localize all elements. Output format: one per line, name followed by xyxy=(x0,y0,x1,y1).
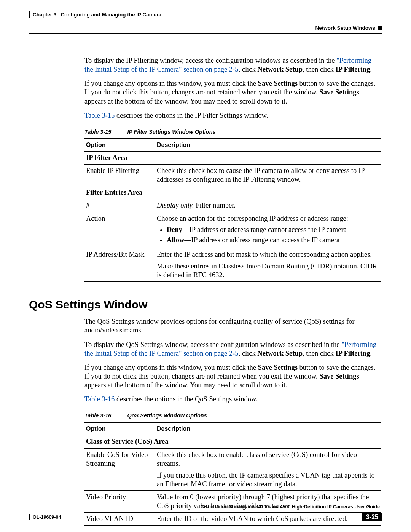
table-xref-link[interactable]: Table 3-16 xyxy=(84,395,115,403)
section-heading-cell: Class of Service (CoS) Area xyxy=(84,435,381,448)
bold-text: IP Filtering xyxy=(335,66,370,73)
table-section-row: Class of Service (CoS) Area xyxy=(84,435,381,448)
running-header: Chapter 3 Configuring and Managing the I… xyxy=(29,11,382,18)
text: , then click xyxy=(303,66,335,73)
footer-row: OL-19609-04 3-25 xyxy=(29,513,382,521)
qos-paragraph-2: To display the QoS Settings window, acce… xyxy=(84,340,381,358)
header-left: Chapter 3 Configuring and Managing the I… xyxy=(29,11,161,18)
col-header-option: Option xyxy=(84,139,155,152)
qos-paragraph-1: The QoS Settings window provides options… xyxy=(84,317,381,335)
body: The QoS Settings window provides options… xyxy=(84,317,381,526)
intro-paragraph-1: To display the IP Filtering window, acce… xyxy=(84,56,381,74)
doc-title: Cisco Video Surveillance 4300 and 4500 H… xyxy=(29,504,382,510)
bold-text: Allow xyxy=(167,236,184,244)
text: . xyxy=(370,350,372,357)
table-3-15: Option Description IP Filter Area Enable… xyxy=(84,138,381,282)
body: To display the IP Filtering window, acce… xyxy=(84,56,381,282)
option-cell: Enable IP Filtering xyxy=(84,165,155,186)
bold-text: Save Settings xyxy=(319,372,359,380)
text: , then click xyxy=(303,350,335,357)
text: Filter number. xyxy=(194,201,236,209)
caption-number: Table 3-16 xyxy=(84,412,111,419)
text: Choose an action for the corresponding I… xyxy=(157,215,348,222)
caption-title: QoS Settings Window Options xyxy=(127,412,207,419)
footer-rule xyxy=(29,511,382,511)
bold-text: IP Filtering xyxy=(335,350,370,357)
text: Check this check box to enable class of … xyxy=(157,451,378,468)
doc-number: OL-19609-04 xyxy=(33,514,61,520)
col-header-description: Description xyxy=(155,422,381,435)
text: Enter the IP address and bit mask to whi… xyxy=(157,250,378,259)
italic-text: Display only. xyxy=(157,201,194,209)
footer-left: OL-19609-04 xyxy=(29,514,61,520)
table-row: Enable CoS for Video Streaming Check thi… xyxy=(84,448,381,491)
option-cell: # xyxy=(84,199,155,212)
caption-number: Table 3-15 xyxy=(84,129,111,135)
description-cell: Choose an action for the corresponding I… xyxy=(155,212,381,248)
table-section-row: Filter Entries Area xyxy=(84,186,381,199)
description-cell: Enter the IP address and bit mask to whi… xyxy=(155,248,381,282)
bold-text: Network Setup xyxy=(257,66,303,73)
chapter-title: Configuring and Managing the IP Camera xyxy=(61,12,162,18)
qos-paragraph-3: If you change any options in this window… xyxy=(84,363,381,390)
header-rule xyxy=(29,33,382,34)
bold-text: Save Settings xyxy=(319,88,359,96)
page: Chapter 3 Configuring and Managing the I… xyxy=(0,0,411,532)
bold-text: Save Settings xyxy=(258,364,298,371)
text: appears at the bottom of the window. You… xyxy=(84,381,287,389)
header-rule-mark: Chapter 3 Configuring and Managing the I… xyxy=(29,11,161,18)
list-item: Deny—IP address or address range cannot … xyxy=(167,225,378,234)
footer-rule-mark xyxy=(29,514,30,520)
bold-text: Deny xyxy=(167,226,182,233)
text: To display the QoS Settings window, acce… xyxy=(84,341,341,348)
description-cell: Check this check box to cause the IP cam… xyxy=(155,165,381,186)
bullet-list: Deny—IP address or address range cannot … xyxy=(157,225,378,244)
section-title: Network Setup Windows xyxy=(315,25,375,31)
chapter-label: Chapter 3 xyxy=(33,12,56,18)
header-right: Network Setup Windows xyxy=(315,25,382,31)
intro-paragraph-2: If you change any options in this window… xyxy=(84,79,381,105)
table-row: Action Choose an action for the correspo… xyxy=(84,212,381,248)
section-heading-cell: IP Filter Area xyxy=(84,151,381,164)
col-header-description: Description xyxy=(155,139,381,152)
text: describes the options in the IP Filter S… xyxy=(115,112,268,119)
running-header-right: Network Setup Windows xyxy=(29,18,382,31)
bold-text: Save Settings xyxy=(258,80,298,87)
col-header-option: Option xyxy=(84,422,155,435)
list-item: Allow—IP address or address range can ac… xyxy=(167,236,378,244)
text: —IP address or address range cannot acce… xyxy=(182,226,347,233)
table-header-row: Option Description xyxy=(84,139,381,152)
option-cell: Action xyxy=(84,212,155,248)
text: If you enable this option, the IP camera… xyxy=(157,471,378,489)
qos-paragraph-4: Table 3-16 describes the options in the … xyxy=(84,395,381,404)
intro-paragraph-3: Table 3-15 describes the options in the … xyxy=(84,111,381,120)
option-cell: IP Address/Bit Mask xyxy=(84,248,155,282)
table-row: IP Address/Bit Mask Enter the IP address… xyxy=(84,248,381,282)
table-xref-link[interactable]: Table 3-15 xyxy=(84,112,115,119)
table-section-row: IP Filter Area xyxy=(84,151,381,164)
text: If you change any options in this window… xyxy=(84,80,258,87)
page-footer: Cisco Video Surveillance 4300 and 4500 H… xyxy=(29,504,382,521)
text: describes the options in the QoS Setting… xyxy=(115,395,257,403)
text: To display the IP Filtering window, acce… xyxy=(84,57,336,64)
heading-qos-settings: QoS Settings Window xyxy=(29,298,382,311)
text: appears at the bottom of the window. You… xyxy=(84,97,287,105)
table-row: Enable IP Filtering Check this check box… xyxy=(84,165,381,186)
text: Make these entries in Classless Inter-Do… xyxy=(157,262,378,280)
text: If you change any options in this window… xyxy=(84,364,258,371)
option-cell: Enable CoS for Video Streaming xyxy=(84,448,155,491)
table-caption-16: Table 3-16 QoS Settings Window Options xyxy=(84,412,381,419)
table-row: # Display only. Filter number. xyxy=(84,199,381,212)
table-header-row: Option Description xyxy=(84,422,381,435)
header-square-icon xyxy=(378,26,382,30)
text: —IP address or address range can access … xyxy=(184,236,339,244)
text: , click xyxy=(239,350,258,357)
page-number-badge: 3-25 xyxy=(362,513,382,521)
caption-title: IP Filter Settings Window Options xyxy=(127,129,215,135)
text: , click xyxy=(239,66,258,73)
table-caption-15: Table 3-15 IP Filter Settings Window Opt… xyxy=(84,128,381,135)
description-cell: Check this check box to enable class of … xyxy=(155,448,381,491)
section-heading-cell: Filter Entries Area xyxy=(84,186,381,199)
text: . xyxy=(370,66,372,73)
bold-text: Network Setup xyxy=(257,350,303,357)
